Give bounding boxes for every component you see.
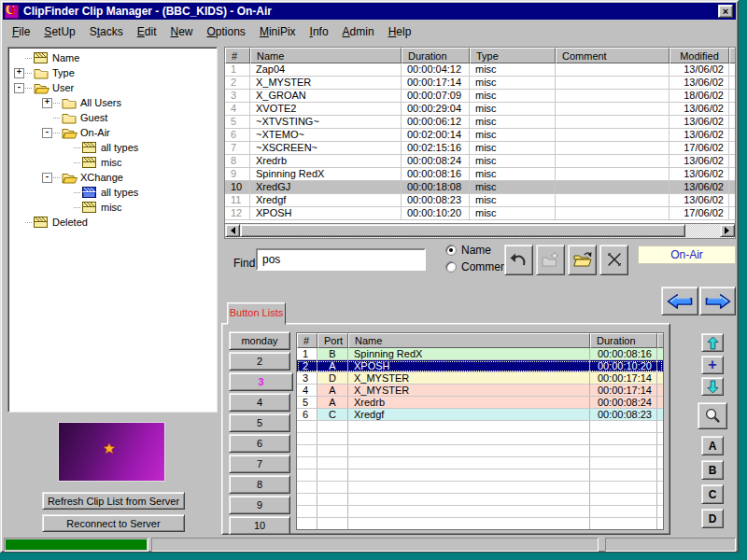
- clip-row[interactable]: 8Xredrb00:00:08:24misc13/06/02: [225, 155, 735, 168]
- menu-item-info[interactable]: Info: [308, 24, 331, 39]
- port-b-button[interactable]: B: [701, 460, 724, 480]
- day-tab-3[interactable]: 3: [229, 372, 293, 391]
- menu-item-stacks[interactable]: Stacks: [88, 24, 125, 39]
- clip-row[interactable]: 7~XSCREEN~00:02:15:16misc17/06/02: [225, 142, 735, 155]
- clip-row[interactable]: 2X_MYSTER00:00:17:14misc13/06/02: [225, 77, 735, 90]
- move-up-button[interactable]: [701, 333, 724, 352]
- playlist-column-header-[interactable]: #: [297, 333, 317, 348]
- day-tab-monday[interactable]: monday: [229, 331, 290, 350]
- tree-item-on-air[interactable]: -On-Air: [8, 125, 217, 140]
- tree-item-name[interactable]: Name: [8, 50, 217, 65]
- day-tab-10[interactable]: 10: [229, 516, 290, 535]
- tree-item-misc[interactable]: misc: [8, 200, 217, 215]
- column-header-[interactable]: #: [225, 48, 250, 63]
- clip-row[interactable]: 3X_GROAN00:00:07:09misc18/06/02: [225, 90, 735, 103]
- playlist-row[interactable]: 1BSpinning RedX00:00:08:16: [297, 348, 663, 360]
- reconnect-button[interactable]: Reconnect to Server: [42, 514, 185, 532]
- scroll-right-button[interactable]: [720, 224, 735, 237]
- day-tab-7[interactable]: 7: [229, 455, 290, 473]
- clip-row[interactable]: 9Spinning RedX00:00:08:16misc13/06/02: [225, 168, 735, 181]
- add-clip-button[interactable]: +: [701, 356, 724, 374]
- day-tab-4[interactable]: 4: [229, 393, 290, 412]
- tree-item-all-types[interactable]: all types: [8, 140, 217, 155]
- next-list-button[interactable]: [699, 287, 736, 315]
- tree-item-guest[interactable]: Guest: [8, 110, 217, 125]
- menu-item-admin[interactable]: Admin: [341, 24, 376, 39]
- column-header-comment[interactable]: Comment: [556, 48, 669, 63]
- clip-table-scrollbar[interactable]: [224, 224, 736, 239]
- menu-item-setup[interactable]: SetUp: [42, 24, 77, 39]
- name-cell: Xredrb: [348, 397, 590, 408]
- clip-row[interactable]: 4XVOTE200:00:29:04misc13/06/02: [225, 103, 735, 116]
- undo-button[interactable]: [504, 245, 533, 275]
- tree-item-user[interactable]: -User: [8, 80, 217, 95]
- playlist-row[interactable]: 6CXredgf00:00:08:23: [297, 409, 663, 421]
- playlist-column-header-duration[interactable]: Duration: [590, 333, 657, 348]
- menu-item-new[interactable]: New: [168, 24, 194, 39]
- expander-icon[interactable]: +: [14, 68, 24, 78]
- clip-row[interactable]: 12XPOSH00:00:10:20misc17/06/02: [225, 207, 735, 220]
- refresh-clip-list-button[interactable]: Refresh Clip List from Server: [42, 492, 185, 510]
- scroll-left-button[interactable]: [225, 224, 240, 237]
- expander-icon[interactable]: -: [42, 128, 52, 138]
- menu-item-file[interactable]: File: [10, 24, 32, 39]
- delete-button[interactable]: [599, 245, 628, 275]
- row-number: 3: [297, 372, 317, 384]
- column-header-duration[interactable]: Duration: [402, 48, 470, 63]
- previous-list-button[interactable]: [661, 287, 698, 315]
- move-down-button[interactable]: [701, 377, 724, 396]
- radio-label: Name: [461, 244, 491, 257]
- column-header-modified[interactable]: Modified: [669, 48, 729, 63]
- radio-name[interactable]: Name: [445, 244, 491, 257]
- find-label: Find: [233, 257, 255, 270]
- tree-item-all-users[interactable]: +All Users: [8, 95, 217, 110]
- clipfinder-logo-icon[interactable]: CF: [5, 5, 19, 19]
- title-bar[interactable]: CF ClipFinder Clip Manager - (BBC_KIDS) …: [3, 3, 736, 20]
- day-tab-5[interactable]: 5: [229, 413, 290, 432]
- menu-item-options[interactable]: Options: [205, 24, 247, 39]
- clip-row[interactable]: 10XredGJ00:00:18:08misc13/06/02: [225, 181, 735, 194]
- open-folder-button[interactable]: [568, 245, 597, 275]
- tab-button-lists[interactable]: Button Lists: [227, 302, 286, 325]
- playlist-row[interactable]: 4AX_MYSTER00:00:17:14: [297, 385, 663, 397]
- clip-duration: 00:00:04:12: [402, 63, 470, 76]
- search-button[interactable]: [698, 402, 727, 429]
- clip-row[interactable]: 11Xredgf00:00:08:23misc13/06/02: [225, 194, 735, 207]
- expander-icon[interactable]: -: [42, 173, 52, 183]
- radio-comment[interactable]: Comment: [445, 260, 510, 273]
- playlist-row[interactable]: 5AXredrb00:00:08:24: [297, 397, 663, 409]
- row-filler: [657, 385, 664, 396]
- tree-item-all-types[interactable]: all types: [8, 185, 217, 200]
- day-tab-6[interactable]: 6: [229, 434, 290, 453]
- close-button[interactable]: ×: [718, 5, 733, 18]
- clip-row[interactable]: 6~XTEMO~00:02:00:14misc13/06/02: [225, 129, 735, 142]
- tree-item-xchange[interactable]: -XChange: [8, 170, 217, 185]
- port-c-button[interactable]: C: [701, 484, 724, 504]
- menu-item-minipix[interactable]: MiniPix: [258, 24, 298, 39]
- column-header-type[interactable]: Type: [470, 48, 556, 63]
- expander-icon[interactable]: -: [14, 83, 24, 93]
- playlist-column-header-name[interactable]: Name: [348, 333, 590, 348]
- day-tab-2[interactable]: 2: [229, 352, 290, 371]
- playlist-row[interactable]: 3DX_MYSTER00:00:17:14: [297, 372, 663, 385]
- day-tab-8[interactable]: 8: [229, 475, 290, 494]
- menu-item-edit[interactable]: Edit: [135, 24, 159, 39]
- day-tab-9[interactable]: 9: [229, 496, 290, 514]
- expander-icon[interactable]: +: [42, 98, 52, 108]
- clip-row[interactable]: 1Zap0400:00:04:12misc13/06/02: [225, 63, 735, 77]
- port-a-button[interactable]: A: [701, 436, 724, 455]
- playlist-column-header-port[interactable]: Port: [317, 333, 348, 348]
- tree-item-deleted[interactable]: Deleted: [8, 215, 217, 230]
- menu-item-help[interactable]: Help: [387, 24, 414, 39]
- new-clip-button[interactable]: [536, 245, 565, 275]
- playlist-row[interactable]: 2AXPOSH00:00:10:20: [297, 360, 663, 372]
- tree-item-type[interactable]: +Type: [8, 65, 217, 80]
- tree-item-misc[interactable]: misc: [8, 155, 217, 170]
- row-filler: [657, 372, 664, 384]
- scrollbar-thumb[interactable]: [240, 224, 685, 237]
- clip-row[interactable]: 5~XTVSTING~00:00:06:12misc13/06/02: [225, 116, 735, 129]
- column-header-name[interactable]: Name: [250, 48, 402, 63]
- find-input[interactable]: [256, 248, 426, 271]
- port-d-button[interactable]: D: [701, 509, 724, 528]
- row-filler: [729, 168, 736, 180]
